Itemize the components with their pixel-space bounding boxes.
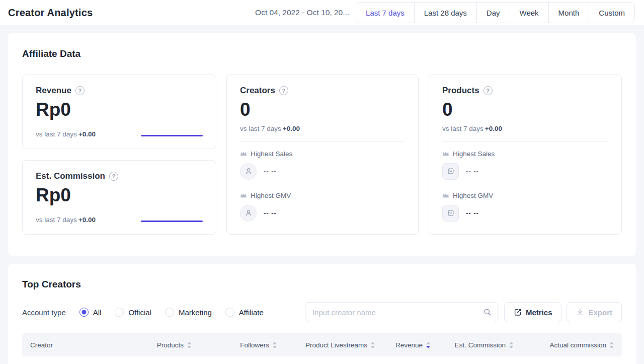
- account-type-affiliate[interactable]: Affiliate: [225, 308, 264, 317]
- divider: [442, 141, 608, 142]
- highest-gmv-label-row: Highest GMV: [442, 192, 608, 199]
- revenue-card: Revenue ? Rp0 vs last 7 days+0.00: [22, 75, 216, 149]
- highest-gmv-row: -- --: [442, 205, 608, 222]
- creator-search: [305, 302, 498, 322]
- sort-icon-active-desc[interactable]: [426, 342, 430, 348]
- creators-compare: vs last 7 days+0.00: [240, 125, 405, 132]
- sort-icon[interactable]: [187, 342, 191, 348]
- creators-card: Creators ? 0 vs last 7 days+0.00 Highest…: [226, 75, 419, 235]
- est-commission-compare: vs last 7 days+0.00: [36, 216, 96, 224]
- column-header-revenue[interactable]: Revenue: [383, 341, 438, 349]
- account-type-all[interactable]: All: [79, 308, 102, 317]
- download-icon: [576, 308, 584, 316]
- product-thumbnail: [442, 205, 459, 222]
- est-commission-card: Est. Commission ? Rp0 vs last 7 days+0.0…: [22, 160, 216, 235]
- top-creators-title: Top Creators: [22, 279, 622, 290]
- period-last-7-days[interactable]: Last 7 days: [356, 3, 414, 23]
- column-header-actual-commission[interactable]: Actual commission: [521, 341, 622, 349]
- products-compare: vs last 7 days+0.00: [442, 125, 608, 132]
- est-commission-card-title: Est. Commission: [36, 171, 105, 181]
- creator-avatar: [240, 205, 257, 222]
- crown-icon: [442, 151, 449, 157]
- metrics-button[interactable]: Metrics: [504, 302, 562, 322]
- shopping-bag-icon: [447, 167, 455, 175]
- creator-avatar: [240, 163, 257, 180]
- period-selector: Last 7 days Last 28 days Day Week Month …: [356, 2, 635, 23]
- highest-sales-value: -- --: [264, 168, 277, 175]
- sort-icon[interactable]: [610, 342, 614, 348]
- affiliate-cards: Revenue ? Rp0 vs last 7 days+0.00 Est. C…: [22, 75, 622, 235]
- main-content: Affiliate Data Revenue ? Rp0 vs last 7 d…: [0, 33, 644, 364]
- column-header-est-commission[interactable]: Est. Commission: [438, 341, 521, 349]
- est-commission-sparkline: [141, 221, 203, 222]
- divider: [240, 141, 405, 142]
- period-custom[interactable]: Custom: [589, 3, 634, 23]
- highest-gmv-value: -- --: [466, 209, 479, 217]
- period-month[interactable]: Month: [548, 3, 589, 23]
- radio-button[interactable]: [115, 308, 124, 317]
- sort-icon[interactable]: [509, 342, 513, 348]
- column-header-products[interactable]: Products: [114, 341, 199, 349]
- radio-button[interactable]: [165, 308, 174, 317]
- highest-gmv-value: -- --: [264, 209, 277, 217]
- top-creators-controls: Account type All Official Marketing Affi…: [22, 302, 622, 322]
- highest-sales-row: -- --: [240, 163, 405, 180]
- date-range[interactable]: Oct 04, 2022 - Oct 10, 20...: [255, 8, 349, 17]
- product-thumbnail: [442, 163, 459, 180]
- period-last-28-days[interactable]: Last 28 days: [414, 3, 476, 23]
- radio-button[interactable]: [225, 308, 234, 317]
- creators-value: 0: [240, 100, 405, 120]
- search-icon: [484, 308, 492, 316]
- edit-metrics-icon: [514, 308, 522, 316]
- help-icon[interactable]: ?: [484, 86, 493, 95]
- account-type-official[interactable]: Official: [115, 308, 151, 317]
- creators-table-header: Creator Products Followers Product Lives…: [22, 333, 622, 356]
- products-card-title: Products: [442, 86, 479, 96]
- crown-icon: [442, 192, 449, 198]
- highest-sales-label-row: Highest Sales: [442, 150, 608, 158]
- column-header-creator: Creator: [22, 341, 114, 349]
- person-icon: [245, 167, 253, 175]
- search-input[interactable]: [305, 302, 498, 322]
- revenue-card-title: Revenue: [36, 86, 71, 96]
- revenue-compare: vs last 7 days+0.00: [36, 130, 96, 138]
- affiliate-data-title: Affiliate Data: [22, 48, 622, 59]
- crown-icon: [240, 151, 247, 157]
- sort-icon[interactable]: [371, 342, 375, 348]
- crown-icon: [240, 192, 247, 198]
- highest-sales-label-row: Highest Sales: [240, 150, 405, 158]
- est-commission-value: Rp0: [36, 185, 203, 206]
- products-value: 0: [442, 100, 608, 120]
- highest-sales-value: -- --: [466, 168, 479, 175]
- column-header-product-livestreams[interactable]: Product Livestreams: [285, 341, 383, 349]
- period-day[interactable]: Day: [476, 3, 510, 23]
- help-icon[interactable]: ?: [75, 86, 85, 95]
- shopping-bag-icon: [447, 209, 455, 217]
- account-type-marketing[interactable]: Marketing: [165, 308, 212, 317]
- person-icon: [245, 209, 253, 217]
- page-title: Creator Analytics: [8, 7, 93, 19]
- period-week[interactable]: Week: [510, 3, 548, 23]
- account-type-label: Account type: [22, 308, 66, 317]
- column-header-followers[interactable]: Followers: [199, 341, 285, 349]
- highest-gmv-label-row: Highest GMV: [240, 192, 405, 199]
- radio-button[interactable]: [79, 308, 89, 317]
- help-icon[interactable]: ?: [279, 86, 288, 95]
- export-button[interactable]: Export: [567, 302, 622, 322]
- sort-icon[interactable]: [273, 342, 277, 348]
- products-card: Products ? 0 vs last 7 days+0.00 Highest…: [429, 75, 622, 235]
- top-creators-panel: Top Creators Account type All Official M…: [8, 264, 636, 364]
- revenue-sparkline: [141, 135, 203, 136]
- highest-sales-row: -- --: [442, 163, 608, 180]
- affiliate-data-panel: Affiliate Data Revenue ? Rp0 vs last 7 d…: [8, 33, 636, 256]
- revenue-value: Rp0: [36, 100, 203, 120]
- left-card-column: Revenue ? Rp0 vs last 7 days+0.00 Est. C…: [22, 75, 216, 235]
- help-icon[interactable]: ?: [109, 172, 118, 181]
- creators-card-title: Creators: [240, 86, 275, 96]
- top-bar: Creator Analytics Oct 04, 2022 - Oct 10,…: [0, 0, 644, 25]
- highest-gmv-row: -- --: [240, 205, 405, 222]
